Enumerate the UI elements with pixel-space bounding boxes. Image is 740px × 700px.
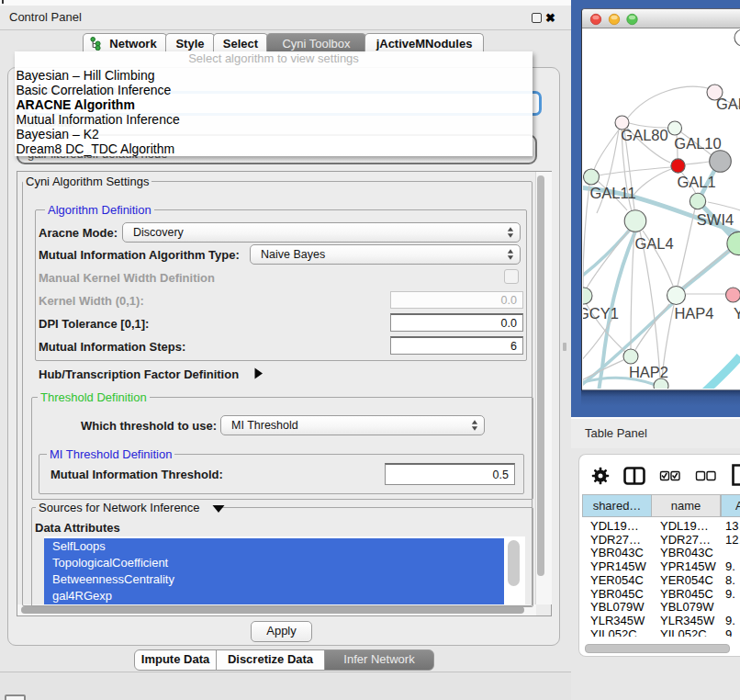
svg-text:GAL1: GAL1	[677, 174, 715, 190]
svg-text:SWI4: SWI4	[697, 211, 734, 228]
svg-text:GAL10: GAL10	[674, 135, 721, 152]
svg-text:GAL80: GAL80	[621, 127, 667, 143]
svg-text:YJ: YJ	[734, 305, 740, 322]
svg-text:GAL2: GAL2	[716, 96, 740, 112]
svg-text:GCY1: GCY1	[583, 305, 619, 322]
svg-text:GAL4: GAL4	[634, 235, 673, 252]
svg-text:HAP4: HAP4	[674, 305, 713, 322]
svg-text:GAL11: GAL11	[589, 185, 635, 201]
svg-text:HAP2: HAP2	[629, 364, 668, 380]
